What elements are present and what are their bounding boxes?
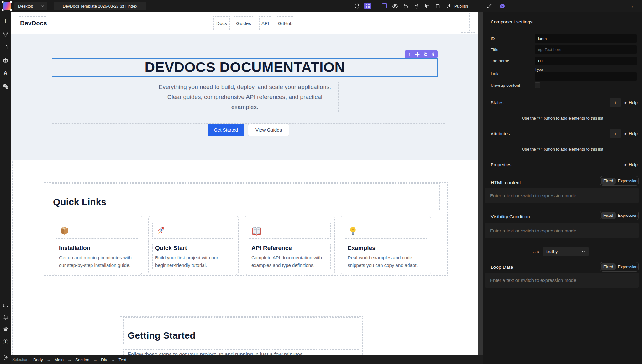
title-input[interactable]: [535, 45, 637, 54]
card-desc-box: Get up and running in minutes with our s…: [56, 254, 138, 269]
card-title-box: Installation: [56, 244, 138, 252]
get-started-button[interactable]: Get Started: [208, 124, 244, 136]
viewport-label: Desktop: [18, 4, 33, 8]
triangle-right-icon: ▶: [625, 132, 627, 135]
getting-started-heading: Getting Started: [128, 330, 196, 341]
viewport-select[interactable]: Desktop: [14, 2, 47, 10]
fixed-tab[interactable]: Fixed: [601, 178, 616, 185]
refresh-button[interactable]: [352, 2, 362, 10]
back-arrow-button[interactable]: ←: [629, 2, 638, 10]
design-system-button[interactable]: [0, 28, 11, 39]
preview-button[interactable]: [390, 2, 400, 10]
app-logo[interactable]: [3, 2, 11, 10]
typography-button[interactable]: A: [0, 68, 11, 79]
tag-name-input[interactable]: [535, 57, 637, 65]
shortcuts-button[interactable]: [0, 300, 11, 311]
view-guides-button[interactable]: View Guides: [248, 124, 289, 136]
home-icon: [3, 326, 8, 332]
breadcrumb-div[interactable]: Div: [101, 357, 107, 362]
delete-button[interactable]: [430, 51, 437, 58]
brush-icon: [486, 3, 492, 9]
hero-section: ↑ DEVDOCS DOCUMENTATION Everything you n…: [11, 34, 478, 160]
grid-view-button[interactable]: [363, 2, 372, 10]
plugins-button[interactable]: [0, 81, 11, 92]
getting-started-heading-box[interactable]: Getting Started: [123, 317, 359, 344]
card-title-box: Examples: [345, 244, 427, 252]
attributes-empty-hint: Use the "+" button to add elements to th…: [483, 147, 642, 152]
pages-button[interactable]: [0, 41, 11, 53]
expression-tab[interactable]: Expression: [616, 212, 640, 219]
id-input[interactable]: [535, 34, 637, 43]
triangle-right-icon: ▶: [625, 163, 627, 166]
text-icon: A: [3, 70, 7, 76]
getting-started-intro[interactable]: Follow these steps to get your project u…: [123, 349, 359, 355]
nav-item-api[interactable]: API: [259, 16, 271, 30]
arrow-right-icon: →: [93, 357, 97, 362]
select-parent-button[interactable]: ↑: [406, 51, 413, 58]
card-title-box: API Reference: [249, 244, 331, 252]
publish-button[interactable]: Publish: [444, 2, 471, 10]
unwrap-content-checkbox[interactable]: [535, 82, 540, 88]
duplicate-button[interactable]: [422, 51, 429, 58]
id-label: ID: [491, 36, 495, 41]
states-help-link[interactable]: ▶Help: [625, 100, 638, 105]
nav-item-guides[interactable]: Guides: [234, 16, 253, 30]
redo-button[interactable]: [412, 2, 421, 10]
quick-links-heading-box[interactable]: Quick Links: [52, 183, 440, 210]
element-action-toolbar: ↑: [405, 50, 438, 58]
select-tool-button[interactable]: [380, 2, 389, 10]
logout-button[interactable]: [0, 351, 11, 363]
card-quick-start[interactable]: Quick Start Build your first project wit…: [148, 216, 239, 275]
home-button[interactable]: [0, 323, 11, 335]
move-button[interactable]: [414, 51, 421, 58]
properties-help-link[interactable]: ▶Help: [625, 162, 638, 167]
card-desc-box: Build your first project with our beginn…: [152, 254, 234, 269]
project-title: DevDocs Template 2026-03-27 3z | index: [54, 2, 146, 10]
copy-button[interactable]: [422, 2, 432, 10]
design-mode-button[interactable]: [484, 2, 494, 10]
eye-icon: [392, 3, 398, 9]
fixed-tab[interactable]: Fixed: [601, 212, 616, 219]
selection-square-icon: [382, 3, 387, 8]
states-add-button[interactable]: +: [610, 98, 621, 107]
attributes-add-button[interactable]: +: [610, 129, 621, 138]
card-installation[interactable]: Installation Get up and running in minut…: [52, 216, 142, 275]
link-label: Link: [491, 71, 498, 76]
resize-handle[interactable]: [10, 9, 12, 11]
attributes-help-link[interactable]: ▶Help: [625, 131, 638, 136]
resize-handle[interactable]: [2, 1, 4, 3]
breadcrumb-section[interactable]: Section: [75, 357, 89, 362]
html-content-label: HTML content: [491, 180, 521, 185]
undo-button[interactable]: [401, 2, 410, 10]
help-button[interactable]: ?: [0, 336, 11, 347]
breadcrumb-body[interactable]: Body: [33, 357, 43, 362]
loop-data-input[interactable]: [485, 273, 639, 288]
brand-logo[interactable]: DevDocs: [19, 16, 46, 30]
add-element-button[interactable]: +: [0, 15, 11, 26]
resize-handle[interactable]: [2, 9, 4, 11]
card-examples[interactable]: Examples Real-world examples and code sn…: [341, 216, 431, 275]
fixed-tab[interactable]: Fixed: [601, 263, 616, 270]
expression-tab[interactable]: Expression: [616, 263, 640, 270]
nav-item-docs[interactable]: Docs: [213, 16, 230, 30]
breadcrumb-text[interactable]: Text: [118, 357, 126, 362]
breadcrumb-main[interactable]: Main: [55, 357, 64, 362]
resize-handle[interactable]: [10, 1, 12, 3]
question-mark-icon: ?: [3, 339, 8, 344]
visibility-condition-input[interactable]: [485, 223, 639, 238]
paste-button[interactable]: [433, 2, 442, 10]
html-content-input[interactable]: [485, 188, 639, 203]
nav-item-github[interactable]: GitHub: [277, 16, 293, 30]
notifications-button[interactable]: [0, 311, 11, 323]
refresh-icon: [355, 3, 360, 9]
tag-name-label: Tag name: [491, 59, 509, 63]
component-settings-panel: Component settings ID Title Tag name Lin…: [483, 12, 642, 364]
settings-mode-button[interactable]: [497, 2, 507, 10]
expression-tab[interactable]: Expression: [616, 178, 640, 185]
hero-subtitle[interactable]: Everything you need to build, deploy, an…: [151, 82, 339, 112]
hero-title-selected[interactable]: DEVDOCS DOCUMENTATION: [52, 58, 438, 77]
layers-button[interactable]: [0, 55, 11, 66]
link-type-input[interactable]: -: [535, 72, 637, 81]
card-api-reference[interactable]: API Reference Complete API documentation…: [245, 216, 335, 275]
condition-select[interactable]: truthy: [543, 247, 589, 256]
